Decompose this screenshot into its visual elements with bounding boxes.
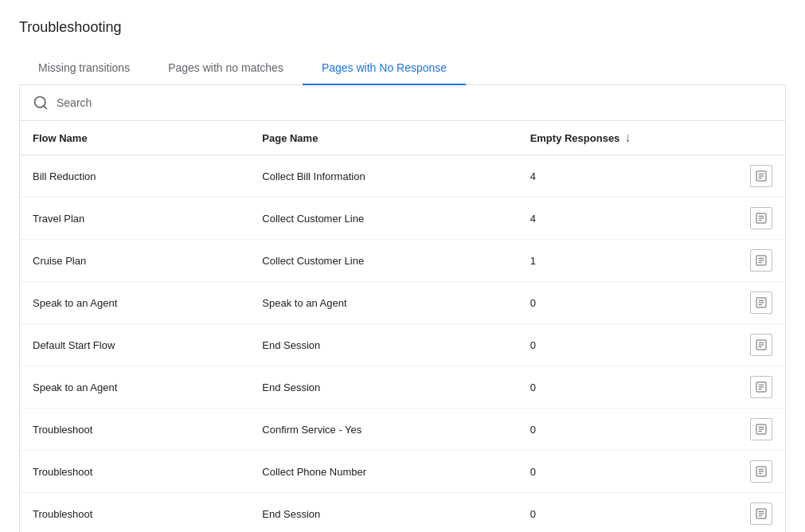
cell-page-name: Collect Customer Line — [249, 240, 517, 282]
cell-page-name: Collect Bill Information — [249, 155, 517, 198]
cell-action — [670, 240, 785, 282]
table-row: Default Start Flow End Session 0 — [20, 324, 785, 366]
view-details-icon[interactable] — [750, 460, 772, 483]
tabs-container: Missing transitions Pages with no matche… — [19, 52, 786, 85]
table-row: Cruise Plan Collect Customer Line 1 — [20, 240, 785, 282]
col-header-action — [670, 121, 785, 155]
cell-empty-responses: 4 — [518, 198, 670, 240]
cell-flow-name: Default Start Flow — [20, 324, 249, 366]
svg-line-1 — [44, 106, 47, 109]
cell-empty-responses: 0 — [518, 282, 670, 324]
cell-action — [670, 324, 785, 366]
cell-flow-name: Speak to an Agent — [20, 282, 249, 324]
table-row: Travel Plan Collect Customer Line 4 — [20, 198, 785, 240]
search-icon — [33, 95, 49, 111]
cell-empty-responses: 0 — [518, 409, 670, 451]
view-details-icon[interactable] — [750, 418, 772, 440]
table-row: Troubleshoot Confirm Service - Yes 0 — [20, 409, 785, 451]
col-header-page-name: Page Name — [249, 121, 517, 155]
cell-flow-name: Travel Plan — [20, 198, 249, 240]
data-table: Flow Name Page Name Empty Responses ↓ Bi… — [20, 121, 785, 532]
cell-page-name: Confirm Service - Yes — [249, 409, 517, 451]
tab-pages-no-response[interactable]: Pages with No Response — [303, 52, 466, 85]
table-row: Speak to an Agent End Session 0 — [20, 366, 785, 409]
view-details-icon[interactable] — [750, 334, 772, 356]
view-details-icon[interactable] — [750, 165, 772, 187]
cell-page-name: Collect Customer Line — [249, 198, 517, 240]
cell-flow-name: Bill Reduction — [20, 155, 249, 198]
view-details-icon[interactable] — [750, 503, 772, 525]
cell-flow-name: Troubleshoot — [20, 409, 249, 451]
cell-action — [670, 409, 785, 451]
cell-page-name: End Session — [249, 366, 517, 409]
cell-page-name: End Session — [249, 493, 517, 533]
view-details-icon[interactable] — [750, 291, 772, 314]
tab-missing-transitions[interactable]: Missing transitions — [19, 52, 149, 85]
view-details-icon[interactable] — [750, 249, 772, 272]
cell-empty-responses: 0 — [518, 324, 670, 366]
content-area: Flow Name Page Name Empty Responses ↓ Bi… — [19, 85, 786, 532]
view-details-icon[interactable] — [750, 207, 772, 229]
cell-flow-name: Cruise Plan — [20, 240, 249, 282]
page-title: Troubleshooting — [19, 19, 786, 36]
cell-flow-name: Speak to an Agent — [20, 366, 249, 409]
cell-action — [670, 366, 785, 409]
cell-flow-name: Troubleshoot — [20, 493, 249, 533]
cell-empty-responses: 0 — [518, 366, 670, 409]
table-row: Troubleshoot End Session 0 — [20, 493, 785, 533]
cell-flow-name: Troubleshoot — [20, 451, 249, 493]
cell-empty-responses: 0 — [518, 493, 670, 533]
view-details-icon[interactable] — [750, 376, 772, 398]
tab-pages-no-matches[interactable]: Pages with no matches — [149, 52, 303, 85]
search-input[interactable] — [57, 96, 772, 109]
table-row: Troubleshoot Collect Phone Number 0 — [20, 451, 785, 493]
table-row: Bill Reduction Collect Bill Information … — [20, 155, 785, 198]
cell-page-name: Speak to an Agent — [249, 282, 517, 324]
col-header-empty-responses[interactable]: Empty Responses ↓ — [518, 121, 670, 155]
cell-page-name: Collect Phone Number — [249, 451, 517, 493]
cell-empty-responses: 4 — [518, 155, 670, 198]
cell-action — [670, 451, 785, 493]
cell-action — [670, 282, 785, 324]
cell-empty-responses: 1 — [518, 240, 670, 282]
cell-action — [670, 155, 785, 198]
cell-page-name: End Session — [249, 324, 517, 366]
col-header-flow-name: Flow Name — [20, 121, 249, 155]
cell-action — [670, 493, 785, 533]
cell-action — [670, 198, 785, 240]
search-bar — [20, 85, 785, 121]
cell-empty-responses: 0 — [518, 451, 670, 493]
table-row: Speak to an Agent Speak to an Agent 0 — [20, 282, 785, 324]
sort-down-icon: ↓ — [624, 131, 631, 145]
